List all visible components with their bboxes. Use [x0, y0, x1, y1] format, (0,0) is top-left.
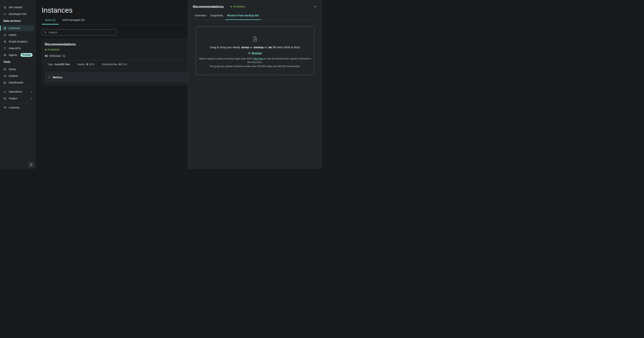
- sidebar-item-learning[interactable]: Learning: [2, 104, 34, 110]
- browse-row: orBrowse: [198, 51, 312, 55]
- drag-text: Drag & Drop your Neo4j: [210, 46, 240, 49]
- status-label: RUNNING: [233, 5, 245, 8]
- sidebar-item-query[interactable]: Query: [2, 66, 34, 72]
- search-input[interactable]: [49, 31, 114, 34]
- sidebar-item-label: Developer hub: [9, 12, 26, 16]
- backup-file-dropzone[interactable]: Drag & Drop your Neo4j .dump or .backup …: [196, 26, 314, 75]
- relationships-label: Relationships:: [102, 63, 118, 66]
- sidebar-item-dashboards[interactable]: Dashboards: [2, 80, 34, 86]
- id-value: bfd9a8a8: [50, 54, 61, 58]
- panel-tabs: Overview Snapshots Restore from backup f…: [193, 12, 316, 20]
- search-icon: [44, 31, 47, 34]
- sidebar-section-tools: Tools: [3, 60, 32, 64]
- relationships-field: Relationships: 0 (0%): [102, 63, 127, 66]
- sidebar-divider: [3, 87, 32, 87]
- search-box[interactable]: [42, 29, 116, 36]
- type-value: AuraDB Free: [54, 63, 70, 66]
- api-brackets-icon: [3, 47, 6, 50]
- sidebar-item-graph-analytics[interactable]: Graph Analytics: [2, 38, 34, 44]
- ext-dump: .dump: [240, 46, 249, 49]
- pin-sidebar-button[interactable]: [28, 162, 34, 168]
- preview-badge: Preview: [20, 53, 32, 57]
- atom-icon: [3, 40, 6, 43]
- or-text: or: [248, 52, 251, 54]
- sidebar-item-label: Graph Analytics: [9, 40, 28, 43]
- chevron-right-icon: [30, 90, 32, 93]
- drag-text: file here (4GB or less): [272, 46, 300, 49]
- tab-overview[interactable]: Overview: [193, 12, 208, 20]
- sidebar-item-get-started[interactable]: Get started: [2, 4, 34, 10]
- sidebar-item-explore[interactable]: Explore: [2, 73, 34, 79]
- panel-title: Recommendations: [193, 4, 224, 9]
- close-icon: [314, 5, 316, 8]
- sidebar-item-developer-hub[interactable]: Developer hub: [2, 11, 34, 17]
- sidebar-item-operations[interactable]: Operations: [2, 89, 34, 95]
- tab-snapshots[interactable]: Snapshots: [208, 12, 225, 20]
- code-icon: [3, 12, 6, 16]
- tab-restore-from-backup[interactable]: Restore from backup file: [225, 12, 261, 20]
- graph-network-icon: [3, 74, 6, 78]
- sidebar-item-label: Learning: [9, 106, 19, 109]
- dropzone-instructions: Drag & Drop your Neo4j .dump or .backup …: [198, 45, 312, 49]
- database-icon: [3, 27, 6, 30]
- sidebar-item-agents[interactable]: Agents Preview: [2, 52, 34, 58]
- ext-backup: .backup: [253, 46, 264, 49]
- sidebar-item-label: Agents: [9, 54, 17, 56]
- sidebar-divider: [3, 103, 32, 103]
- sidebar-item-label: Dashboards: [9, 81, 23, 84]
- nodes-label: Nodes:: [77, 63, 86, 66]
- cloud-download-icon: [3, 33, 6, 36]
- nodes-value: 0: [86, 63, 88, 66]
- pin-icon: [30, 163, 33, 166]
- copy-id-button[interactable]: [62, 54, 66, 58]
- status-dot: [45, 49, 46, 50]
- browse-link[interactable]: Browse: [252, 52, 262, 54]
- dashboard-grid-icon: [3, 81, 6, 84]
- copy-icon: [62, 54, 66, 58]
- chevron-right-icon: [30, 97, 32, 100]
- status-label: RUNNING: [48, 48, 60, 51]
- tab-self-managed[interactable]: Self-managed (0): [59, 16, 88, 24]
- click-here-link[interactable]: Click here: [253, 58, 264, 60]
- status-dot: [231, 6, 232, 7]
- layers-icon: [3, 54, 6, 57]
- sidebar-item-label: Explore: [9, 74, 18, 77]
- sidebar-item-label: Instances: [9, 27, 20, 30]
- sidebar: Get started Developer hub Data services …: [0, 0, 36, 169]
- type-label: Type:: [47, 63, 54, 66]
- graduation-cap-icon: [3, 106, 6, 109]
- large-upload-hint: Want to upload a dump or backup larger t…: [198, 57, 312, 64]
- hint-text: Want to upload a dump or backup larger t…: [199, 58, 253, 60]
- home-icon: [3, 6, 6, 9]
- terminal-icon: [3, 68, 6, 71]
- panel-status: RUNNING: [231, 5, 245, 8]
- chevron-right-icon: [48, 76, 51, 78]
- pulse-icon: [3, 90, 6, 93]
- id-label: ID:: [45, 54, 48, 58]
- nodes-field: Nodes: 0 (0%): [77, 63, 94, 66]
- sidebar-item-data-apis[interactable]: Data APIs: [2, 45, 34, 51]
- nodes-percent: (0%): [89, 63, 94, 66]
- folder-icon: [3, 97, 6, 100]
- sidebar-item-label: Get started: [9, 6, 22, 9]
- sidebar-item-label: Import: [9, 33, 16, 36]
- panel-header: Recommendations RUNNING: [193, 4, 316, 9]
- instance-detail-panel: Recommendations RUNNING Overview Snapsho…: [188, 0, 322, 169]
- drag-text: or: [249, 46, 253, 49]
- ext-tar: .tar: [268, 46, 272, 49]
- sidebar-section-data-services: Data services: [3, 19, 32, 22]
- close-panel-button[interactable]: [313, 4, 317, 9]
- sidebar-item-label: Query: [9, 68, 16, 70]
- sidebar-item-label: Project: [9, 97, 17, 100]
- sidebar-item-import[interactable]: Import: [2, 32, 34, 38]
- metrics-label: Metrics: [53, 76, 62, 79]
- sidebar-item-label: Data APIs: [9, 47, 21, 50]
- relationships-percent: (0%): [122, 63, 127, 66]
- upload-limit-note: The graph you upload should be smaller t…: [198, 65, 312, 68]
- tab-aura[interactable]: Aura (1): [42, 16, 59, 24]
- file-upload-icon: [252, 36, 258, 43]
- sidebar-item-project[interactable]: Project: [2, 96, 34, 101]
- sidebar-item-instances[interactable]: Instances: [2, 25, 34, 31]
- relationships-value: 0: [119, 63, 121, 66]
- type-field: Type: AuraDB Free: [47, 63, 70, 66]
